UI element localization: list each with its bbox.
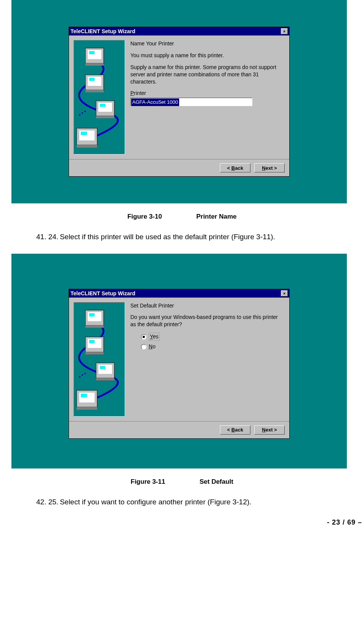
radio-no-label: No [149, 343, 156, 350]
svg-point-0 [79, 114, 80, 116]
wizard-side-graphic [74, 40, 125, 155]
close-icon[interactable]: × [281, 28, 288, 34]
svg-rect-18 [77, 145, 97, 148]
back-button[interactable]: < Back [220, 425, 250, 435]
content-para-1: You must supply a name for this printer. [130, 52, 285, 59]
setup-wizard-dialog-2: TeleCLIENT Setup Wizard × Set Default Pr… [69, 289, 290, 439]
step-42-text: 42. 25. Select if you want to configure … [36, 497, 345, 507]
back-button[interactable]: < Back [220, 163, 250, 172]
close-icon[interactable]: × [281, 290, 288, 296]
svg-point-1 [82, 112, 83, 114]
svg-rect-25 [85, 325, 104, 328]
dialog-titlebar: TeleCLIENT Setup Wizard × [69, 27, 289, 35]
figure-3-10-caption: Figure 3-10Printer Name [0, 213, 364, 221]
printer-name-label: Printer [130, 90, 285, 97]
content-heading: Name Your Printer [130, 40, 285, 47]
figure-3-11-screenshot: TeleCLIENT Setup Wizard × Set Default Pr… [11, 254, 347, 468]
svg-rect-10 [85, 90, 104, 92]
printer-name-value: AGFA-AccuSet 1000 [131, 98, 179, 106]
svg-rect-36 [81, 394, 87, 397]
dialog-title: TeleCLIENT Setup Wizard [71, 28, 135, 34]
wizard-side-graphic [74, 302, 125, 417]
wizard-content: Name Your Printer You must supply a name… [130, 40, 285, 155]
next-button[interactable]: Next > [254, 425, 285, 435]
svg-rect-29 [85, 352, 104, 354]
svg-rect-24 [89, 313, 95, 316]
radio-yes[interactable]: Yes [141, 333, 285, 341]
content-para-2: Supply a name for this printer. Some pro… [130, 64, 285, 85]
radio-no[interactable]: No [141, 343, 285, 350]
svg-rect-28 [89, 340, 95, 343]
svg-rect-13 [100, 104, 105, 107]
content-para-1: Do you want your Windows-based programs … [130, 314, 285, 328]
wizard-content: Set Default Printer Do you want your Win… [130, 302, 285, 417]
svg-rect-6 [85, 63, 104, 66]
svg-rect-32 [100, 366, 105, 369]
svg-point-2 [84, 111, 86, 112]
content-heading: Set Default Printer [130, 302, 285, 309]
figure-3-11-caption: Figure 3-11Set Default [0, 478, 364, 486]
svg-rect-37 [77, 407, 97, 410]
svg-rect-5 [89, 51, 95, 54]
printer-name-input[interactable]: AGFA-AccuSet 1000 [130, 98, 252, 106]
step-41-text: 41. 24. Select if this printer will be u… [36, 232, 345, 242]
svg-point-21 [84, 373, 86, 374]
radio-icon [141, 334, 146, 340]
setup-wizard-dialog-1: TeleCLIENT Setup Wizard × Name Your Pr [69, 27, 290, 177]
page-number: - 23 / 69 – [0, 518, 362, 526]
svg-point-20 [82, 374, 83, 376]
radio-icon [141, 344, 146, 349]
figure-3-10-screenshot: TeleCLIENT Setup Wizard × Name Your Pr [11, 0, 347, 203]
svg-rect-17 [81, 132, 87, 135]
radio-yes-label: Yes [149, 333, 160, 341]
next-button[interactable]: Next > [254, 163, 285, 172]
svg-point-19 [79, 376, 80, 378]
dialog-title: TeleCLIENT Setup Wizard [71, 290, 135, 296]
svg-rect-9 [89, 78, 95, 81]
svg-rect-33 [96, 378, 114, 380]
dialog-titlebar: TeleCLIENT Setup Wizard × [69, 289, 289, 298]
svg-rect-14 [96, 116, 114, 118]
